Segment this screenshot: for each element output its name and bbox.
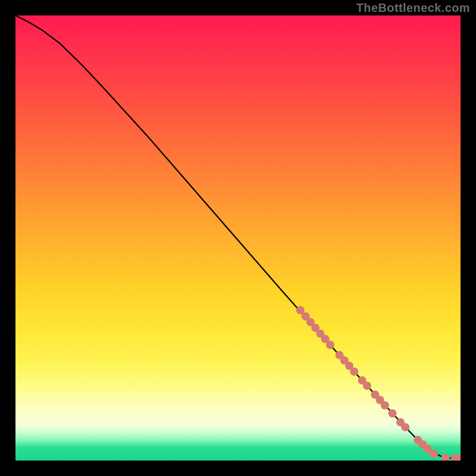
- chart-stage: TheBottleneck.com: [0, 0, 476, 476]
- bottleneck-curve: [15, 15, 461, 458]
- data-points-group: [296, 306, 461, 461]
- plot-area: [15, 15, 461, 461]
- data-point: [430, 450, 438, 458]
- data-point: [350, 367, 358, 375]
- chart-svg: [15, 15, 461, 461]
- watermark-text: TheBottleneck.com: [356, 1, 470, 15]
- data-point: [381, 401, 389, 409]
- data-point: [326, 341, 334, 349]
- data-point: [389, 409, 397, 418]
- data-point: [441, 454, 450, 461]
- data-point: [401, 423, 409, 431]
- data-point: [363, 381, 371, 390]
